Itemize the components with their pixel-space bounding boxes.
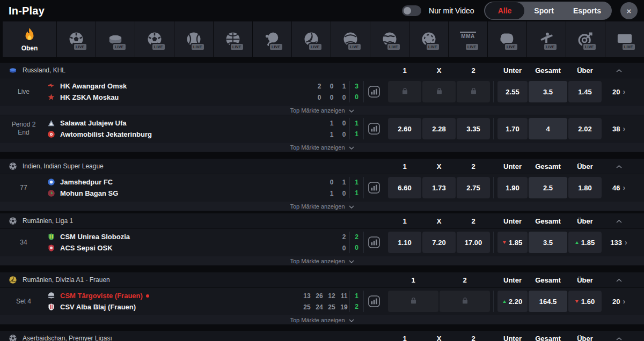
score-line: 0 [340,242,348,254]
odds-cell[interactable]: 1.73 [422,177,456,198]
score-value: 0 [340,94,348,101]
market-count: 38 [612,125,620,133]
odds-cell[interactable]: 164.5 [529,291,567,312]
odds-cell[interactable]: 2.20 [497,291,528,312]
odds-cell[interactable]: 2.60 [388,118,421,139]
sport-nav-flame[interactable]: Oben [3,21,56,57]
odds-cell-locked[interactable] [388,81,421,102]
top-markets-expander[interactable]: Top Märkte anzeigen [0,143,644,152]
tab-alle[interactable]: Alle [485,2,525,19]
live-badge: LIVE [74,44,86,50]
sport-nav-table-tennis[interactable]: LIVE [253,21,291,57]
odds-cell[interactable]: 2.02 [568,118,602,139]
odds-cell[interactable]: 7.20 [422,232,456,253]
stats-icon [368,301,380,309]
teams: CSM Târgoviște (Frauen)CSV Alba Blaj (Fr… [47,290,149,313]
video-toggle[interactable] [402,5,421,16]
odds-cell-locked[interactable] [440,291,490,312]
stats-button[interactable] [368,236,380,248]
sport-nav-handball[interactable]: LIVE [331,21,370,57]
odds-value: 1.90 [506,184,519,192]
match-row[interactable]: 77Jamshedpur FCMohun Bagan SG0110116.601… [0,174,644,201]
match-row[interactable]: Period 2EndSalawat Julajew UfaAwtomobili… [0,115,644,142]
match-row[interactable]: 34CSM Unirea SloboziaACS Sepsi OSK20201.… [0,228,644,256]
close-button[interactable]: × [620,2,638,19]
odds-cell[interactable]: 1.85 [568,232,602,253]
stats-button[interactable] [368,295,380,307]
top-markets-expander[interactable]: Top Märkte anzeigen [0,202,644,211]
stats-icon [368,91,380,99]
top-bar: In-Play Nur mit Video AlleSportEsports × [0,0,644,21]
odds-value: 2.55 [506,88,519,96]
sport-nav-boxing[interactable]: LIVE [488,21,526,57]
score-value: 2 [316,83,323,90]
column-headers: 1X2UnterGesamtÜber [388,63,635,78]
odds-cell[interactable]: 2.55 [497,81,528,102]
market-count: 20 [612,88,620,96]
video-toggle-label: Nur mit Video [429,6,474,15]
odds-cell[interactable]: 1.60 [568,291,602,312]
odds-cell[interactable]: 3.5 [529,81,567,102]
market-count-button[interactable]: 133› [603,232,635,253]
status-line: Set 4 [16,298,31,306]
stats-button[interactable] [368,86,380,98]
top-markets-expander[interactable]: Top Märkte anzeigen [0,106,644,115]
column-headers: 1X2UnterGesamtÜber [388,159,635,174]
tab-esports[interactable]: Esports [564,3,611,19]
sport-nav-volleyball[interactable]: LIVE [292,21,331,57]
odds-cell[interactable]: 4 [529,118,567,139]
odds-cell[interactable]: 2.28 [422,118,456,139]
tab-sport[interactable]: Sport [524,3,564,19]
odds-cell[interactable]: 1.10 [388,232,421,253]
odds-value: 1.60 [581,298,595,306]
market-count-button[interactable]: 20› [603,81,635,102]
circle-red-logo [47,130,55,138]
odds-cell[interactable]: 3.35 [457,118,490,139]
collapse-section-button[interactable] [603,328,635,341]
odds-cell-locked[interactable] [388,291,438,312]
sport-nav-waterpolo[interactable]: LIVE [370,21,409,57]
score-line: 25242519 [303,301,348,313]
odds-cell[interactable]: 2.75 [457,177,490,198]
stats-button[interactable] [368,123,380,135]
sport-nav-chip[interactable]: LIVE [409,21,448,57]
sport-nav-darts[interactable]: LIVE [566,21,605,57]
column-header: Gesamt [529,328,567,341]
match-row[interactable]: Set 4CSM Târgoviște (Frauen)CSV Alba Bla… [0,287,644,315]
odds-cell[interactable]: 1.90 [497,177,528,198]
sport-nav-hockey-puck[interactable]: LIVE [96,21,135,57]
divider [491,328,496,341]
odds-cell[interactable]: 1.70 [497,118,528,139]
odds-cell[interactable]: 2.5 [529,177,567,198]
column-header: X [422,328,456,341]
sport-nav-esports[interactable]: LIVE [605,21,644,57]
odds-value: 3.5 [543,239,553,247]
market-count-button[interactable]: 38› [603,118,635,139]
score-value: 0 [328,83,335,90]
odds-cell-locked[interactable] [457,81,490,102]
odds-cell[interactable]: 6.60 [388,177,421,198]
top-markets-expander[interactable]: Top Märkte anzeigen [0,315,644,324]
sport-nav-futsal[interactable]: LIVE [135,21,174,57]
sport-nav-shooting[interactable]: LIVE [527,21,566,57]
odds-cell[interactable]: 1.80 [568,177,602,198]
odds-cell[interactable]: 3.5 [529,232,567,253]
sport-nav-tennis[interactable]: LIVE [174,21,213,57]
market-count-button[interactable]: 20› [603,291,635,312]
top-markets-expander[interactable]: Top Märkte anzeigen [0,256,644,265]
odds-cell[interactable]: 1.85 [497,232,528,253]
odds-cell[interactable]: 1.45 [568,81,602,102]
stats-button[interactable] [368,182,380,194]
match-row[interactable]: LiveHK Awangard OmskHK ZSKA Moskau201000… [0,78,644,105]
chevron-right-icon: › [623,183,625,192]
sport-nav-soccer[interactable]: LIVE [57,21,96,57]
odds-value: 1.80 [578,184,591,192]
sport-nav-basketball[interactable]: LIVE [214,21,252,57]
odds-cell-locked[interactable] [422,81,456,102]
sport-nav-mma[interactable]: MMALIVE [449,21,487,57]
team-line: HK ZSKA Moskau [47,92,127,103]
odds-cell[interactable]: 17.00 [457,232,490,253]
lock-icon [435,87,443,97]
market-count-button[interactable]: 46› [603,177,635,198]
mma-icon: MMA [460,32,475,42]
